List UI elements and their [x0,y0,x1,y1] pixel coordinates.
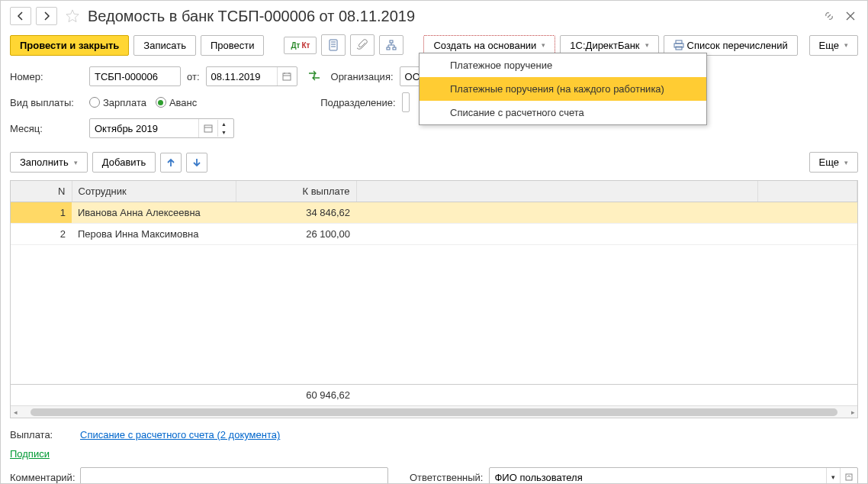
more-button[interactable]: Еще ▾ [809,35,858,56]
svg-rect-14 [204,125,212,132]
employees-table: N Сотрудник К выплате 1 Иванова Анна Але… [10,180,858,418]
more-label-2: Еще [819,156,839,168]
radio-salary-label: Зарплата [103,97,146,108]
svg-rect-0 [330,40,337,50]
division-label: Подразделение: [320,97,395,108]
month-down[interactable]: ▼ [218,128,230,137]
dtkt-button[interactable]: ДтКт [284,37,317,54]
calendar-icon[interactable] [277,67,296,86]
svg-rect-10 [283,73,291,80]
cell-employee: Перова Инна Максимовна [72,224,236,245]
favorite-icon[interactable] [65,8,80,24]
signatures-link[interactable]: Подписи [10,448,50,460]
structure-icon-button[interactable] [379,35,403,55]
col-rest-header[interactable] [356,181,758,202]
caret-down-icon: ▾ [74,159,78,166]
link-icon[interactable] [821,8,837,24]
dropdown-icon[interactable]: ▾ [826,468,840,484]
menu-item-payment-orders-each[interactable]: Платежные поручения (на каждого работник… [420,77,706,101]
add-button[interactable]: Добавить [92,152,156,173]
move-down-button[interactable] [186,153,207,173]
save-button[interactable]: Записать [133,35,196,56]
page-title: Ведомость в банк ТСБП-000006 от 08.11.20… [88,8,817,25]
cell-amount: 26 100,00 [236,224,356,245]
directbank-label: 1С:ДиректБанк [570,40,639,51]
fill-label: Заполнить [20,156,69,168]
more-label: Еще [819,40,839,51]
table-footer: 60 946,62 [11,384,857,405]
caret-down-icon: ▾ [844,159,848,166]
caret-down-icon: ▾ [844,41,848,49]
comment-input[interactable] [81,469,387,485]
cell-employee: Иванова Анна Алексеевна [72,202,236,224]
arrow-up-icon [166,158,175,167]
back-button[interactable] [10,7,31,25]
payout-link[interactable]: Списание с расчетного счета (2 документа… [80,429,280,440]
cell-n: 1 [11,202,72,224]
create-based-label: Создать на основании [433,40,536,51]
number-label: Номер: [10,71,83,82]
svg-rect-16 [846,474,852,480]
col-amount-header[interactable]: К выплате [236,181,356,202]
comment-label: Комментарий: [10,472,74,483]
radio-icon [156,97,166,108]
division-input[interactable] [403,94,412,111]
close-icon[interactable] [843,8,858,24]
from-label: от: [187,71,200,82]
cell-amount: 34 846,62 [236,202,356,224]
svg-rect-4 [390,40,393,43]
responsible-label: Ответственный: [410,472,483,483]
fill-button[interactable]: Заполнить ▾ [10,152,88,173]
col-n-header[interactable]: N [11,181,72,202]
date-input[interactable] [207,68,277,86]
submit-close-button[interactable]: Провести и закрыть [10,35,129,56]
submit-button[interactable]: Провести [201,35,265,56]
calendar-icon[interactable] [198,119,217,137]
move-up-button[interactable] [160,153,182,173]
attach-icon-button[interactable] [350,34,375,56]
svg-rect-6 [393,47,396,50]
org-label: Организация: [331,71,394,82]
responsible-input[interactable] [490,469,826,485]
transfers-list-label: Список перечислений [687,40,788,51]
table-row[interactable]: 2 Перова Инна Максимовна 26 100,00 [11,224,857,245]
col-last-header[interactable] [758,181,857,202]
total-amount: 60 946,62 [236,385,356,405]
printer-icon [674,40,684,50]
svg-rect-5 [387,47,390,50]
transfer-icon[interactable] [308,70,320,83]
table-row[interactable]: 1 Иванова Анна Алексеевна 34 846,62 [11,202,857,224]
forward-button[interactable] [36,7,57,25]
caret-down-icon: ▾ [645,41,649,49]
col-employee-header[interactable]: Сотрудник [72,181,236,202]
open-icon[interactable] [840,468,857,484]
paytype-label: Вид выплаты: [10,97,83,108]
radio-salary[interactable]: Зарплата [89,97,146,108]
document-icon-button[interactable] [321,34,346,56]
radio-advance-label: Аванс [169,97,197,108]
svg-rect-7 [676,40,682,44]
month-label: Месяц: [10,123,83,134]
menu-item-writeoff[interactable]: Списание с расчетного счета [420,101,706,124]
horizontal-scrollbar[interactable]: ◂ ▸ [11,405,857,418]
arrow-down-icon [192,158,201,167]
month-up[interactable]: ▲ [218,120,230,128]
payout-label: Выплата: [10,429,74,440]
more-button-2[interactable]: Еще ▾ [809,152,858,173]
cell-n: 2 [11,224,72,245]
radio-advance[interactable]: Аванс [156,97,197,108]
caret-down-icon: ▾ [542,41,545,49]
menu-item-payment-order[interactable]: Платежное поручение [420,53,706,77]
create-based-menu: Платежное поручение Платежные поручения … [419,53,707,125]
month-input[interactable] [90,120,198,137]
radio-icon [89,97,100,108]
